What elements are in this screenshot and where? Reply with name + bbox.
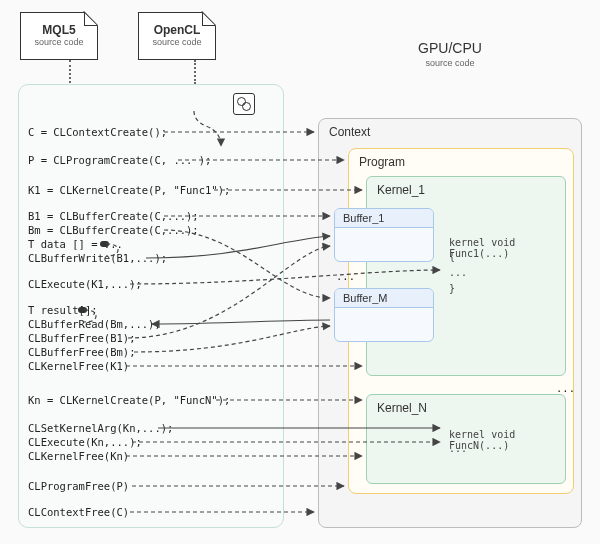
mql5-file-box: MQL5 source code: [20, 12, 98, 60]
opencl-puzzle-icon: [233, 93, 255, 115]
kernel-1-label: Kernel_1: [377, 183, 425, 197]
code-programcreate: P = CLProgramCreate(C, ... );: [28, 154, 211, 166]
code-buffercreate-m: Bm = CLBufferCreate(C,...);: [28, 224, 199, 236]
kernel-1-box: Kernel_1 kernel void Func1(...) { ... }: [366, 176, 566, 376]
gpucpu-sub: source code: [390, 58, 510, 68]
file-fold-icon: [202, 12, 216, 26]
buffer-1-label: Buffer_1: [335, 209, 433, 228]
code-execute-1: CLExecute(K1,...);: [28, 278, 142, 290]
code-bufferwrite: CLBufferWrite(B1,...);: [28, 252, 167, 264]
opencl-sub: source code: [139, 37, 215, 47]
connector: [69, 60, 71, 83]
code-bufferfree-m: CLBufferFree(Bm);: [28, 346, 135, 358]
kernel1-code-l3: ...: [449, 267, 467, 278]
diagram-canvas: MQL5 source code OpenCL source code GPU/…: [0, 0, 600, 544]
code-buffercreate-1: B1 = CLBufferCreate(C,...);: [28, 210, 199, 222]
buffer-m-box: Buffer_M: [334, 288, 434, 342]
data-blob-icon: [100, 241, 109, 247]
kernel-n-box: Kernel_N kernel void FuncN(...) ...: [366, 394, 566, 484]
code-kernelcreate-1: K1 = CLKernelCreate(P, "Func1");: [28, 184, 230, 196]
kernel-ellipsis: ...: [556, 382, 575, 394]
code-contextfree: CLContextFree(C): [28, 506, 129, 518]
result-blob-icon: [78, 307, 87, 313]
code-bufferread: CLBufferRead(Bm,...);: [28, 318, 161, 330]
opencl-file-box: OpenCL source code: [138, 12, 216, 60]
buffer-m-label: Buffer_M: [335, 289, 433, 308]
kernel-n-label: Kernel_N: [377, 401, 427, 415]
context-label: Context: [329, 125, 370, 139]
code-programfree: CLProgramFree(P): [28, 480, 129, 492]
buffer-ellipsis: ...: [336, 270, 355, 282]
code-kernelfree-n: CLKernelFree(Kn): [28, 450, 129, 462]
code-kernelfree-1: CLKernelFree(K1): [28, 360, 129, 372]
program-label: Program: [359, 155, 405, 169]
code-kernelcreate-n: Kn = CLKernelCreate(P, "FuncN");: [28, 394, 230, 406]
gpucpu-title: GPU/CPU: [390, 40, 510, 56]
kerneln-code-l2: ...: [449, 443, 467, 454]
kernel1-code-l1: kernel void Func1(...): [449, 237, 565, 259]
code-execute-n: CLExecute(Kn,...);: [28, 436, 142, 448]
code-contextcreate: C = CLContextCreate();: [28, 126, 167, 138]
mql5-sub: source code: [21, 37, 97, 47]
kernel1-code-l2: {: [449, 251, 455, 262]
connector: [194, 60, 196, 84]
kernel1-code-l4: }: [449, 283, 455, 294]
buffer-1-box: Buffer_1: [334, 208, 434, 262]
code-tresult: T result[];: [28, 304, 98, 316]
code-setkernelarg: CLSetKernelArg(Kn,...);: [28, 422, 173, 434]
file-fold-icon: [84, 12, 98, 26]
code-bufferfree-1: CLBufferFree(B1);: [28, 332, 135, 344]
